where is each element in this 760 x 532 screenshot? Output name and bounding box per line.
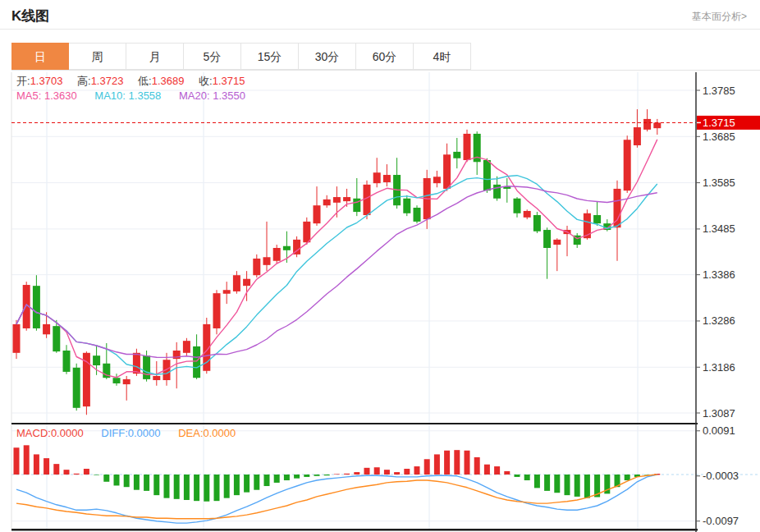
- price-axis-label: 1.3087: [703, 407, 735, 420]
- candle-body: [403, 199, 410, 213]
- candle-body: [43, 324, 50, 334]
- macd-bar: [515, 475, 520, 477]
- candle-body: [323, 200, 331, 205]
- macd-bar: [153, 475, 159, 495]
- macd-bar: [264, 475, 270, 486]
- macd-bar: [344, 474, 350, 475]
- price-axis-label: 1.3485: [703, 222, 735, 235]
- macd-bar: [554, 475, 560, 493]
- candle-body: [634, 127, 641, 145]
- macd-bar: [314, 475, 320, 476]
- macd-bar: [534, 475, 540, 488]
- candle-body: [443, 154, 451, 189]
- macd-bar: [34, 454, 39, 475]
- open-readout: 开:1.3703: [16, 75, 62, 87]
- candle-body: [383, 175, 391, 182]
- macd-bar: [575, 475, 580, 497]
- macd-bar: [194, 475, 199, 501]
- macd-bar: [14, 447, 20, 475]
- candle-body: [153, 376, 160, 380]
- candle-body: [253, 259, 260, 275]
- macd-bar: [224, 475, 230, 498]
- macd-bar: [244, 475, 250, 493]
- macd-bar: [304, 475, 309, 477]
- candle-body: [303, 222, 310, 242]
- candle-body: [343, 197, 350, 201]
- macd-bar: [404, 469, 410, 475]
- candle-body: [353, 199, 360, 212]
- macd-bar: [284, 475, 290, 480]
- macd-bar: [114, 475, 120, 485]
- candle-body: [133, 353, 140, 374]
- candle-body: [524, 211, 531, 218]
- close-readout: 收:1.3715: [199, 75, 245, 87]
- macd-bar: [214, 475, 220, 501]
- candle-body: [493, 185, 501, 199]
- macd-bar: [384, 470, 390, 475]
- candle-body: [123, 379, 130, 384]
- macd-bar: [434, 454, 440, 475]
- candle-body: [433, 177, 441, 183]
- macd-bar: [103, 475, 109, 482]
- macd-bar: [364, 468, 370, 475]
- panel-separator: [11, 423, 698, 424]
- price-axis-label: 1.3186: [703, 361, 735, 374]
- macd-bar: [474, 457, 480, 475]
- candle-body: [33, 286, 40, 328]
- macd-value-readout: MACD:0.0000: [16, 427, 84, 439]
- candle-body: [63, 351, 71, 372]
- macd-bar: [174, 475, 180, 499]
- macd-bar: [544, 475, 550, 491]
- bottom-border: [11, 529, 698, 531]
- candle-body: [53, 326, 60, 351]
- macd-bar: [394, 472, 400, 475]
- candle-body: [453, 152, 460, 158]
- macd-bar: [504, 471, 510, 475]
- macd-bar: [144, 475, 149, 491]
- candle-body: [414, 208, 421, 222]
- low-readout: 低:1.3689: [138, 75, 184, 87]
- macd-bar: [134, 475, 140, 490]
- price-axis-label: 1.3585: [703, 177, 735, 189]
- candle-body: [193, 346, 200, 378]
- candle-body: [243, 279, 250, 286]
- macd-bar: [84, 469, 89, 475]
- macd-bar: [234, 475, 240, 495]
- candle-body: [113, 378, 121, 383]
- macd-readout: MACD:0.0000 DIFF:0.0000 DEA:0.0000: [16, 427, 250, 439]
- ohlc-readout: 开:1.3703 高:1.3723 低:1.3689 收:1.3715: [16, 74, 256, 89]
- macd-bar: [53, 464, 59, 475]
- candle-body: [143, 355, 150, 379]
- candle-body: [183, 341, 190, 353]
- macd-bar: [414, 466, 420, 475]
- macd-axis-label: -0.0003: [703, 470, 739, 482]
- candle-body: [514, 199, 521, 213]
- macd-bar: [74, 474, 80, 475]
- macd-bar: [64, 470, 70, 475]
- candle-body: [643, 119, 651, 130]
- macd-bar: [164, 475, 170, 498]
- candle-body: [364, 185, 371, 215]
- ma5-line: [16, 140, 657, 378]
- macd-bar: [524, 475, 530, 480]
- macd-bar: [484, 465, 490, 475]
- candle-body: [333, 197, 341, 203]
- price-axis-label: 1.3685: [703, 131, 735, 143]
- candle-body: [314, 205, 321, 223]
- candle-body: [233, 275, 240, 291]
- candle-body: [13, 324, 21, 353]
- candle-body: [263, 257, 271, 265]
- current-price-badge-label: 1.3715: [703, 117, 735, 129]
- price-axis-label: 1.3785: [703, 85, 735, 97]
- macd-bar: [565, 475, 570, 495]
- candle-body: [593, 215, 601, 223]
- macd-bar: [43, 458, 49, 475]
- candle-body: [464, 134, 471, 160]
- macd-bar: [374, 467, 380, 475]
- macd-bar: [424, 459, 430, 475]
- macd-bar: [94, 475, 99, 475]
- macd-bar: [294, 475, 300, 479]
- candle-body: [283, 246, 291, 250]
- candle-body: [624, 140, 631, 190]
- price-axis-label: 1.3386: [703, 268, 735, 281]
